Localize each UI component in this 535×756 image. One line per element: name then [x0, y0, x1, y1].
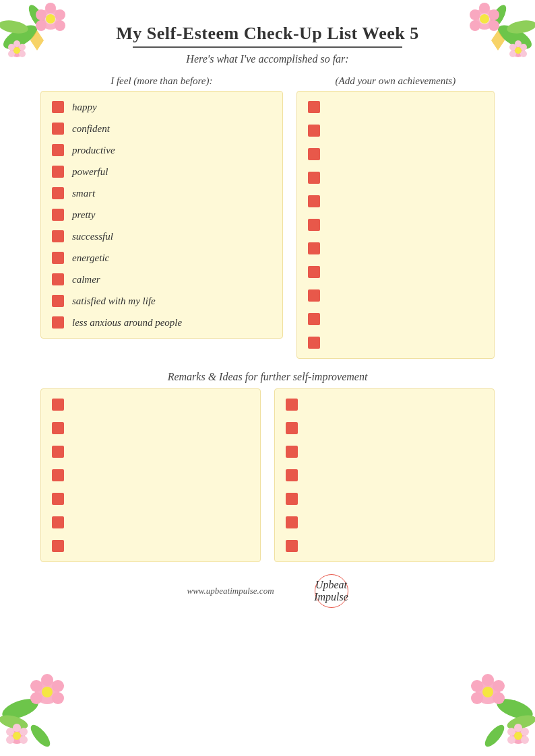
svg-point-66 — [514, 724, 522, 732]
checkbox-icon[interactable] — [52, 540, 64, 552]
list-item — [308, 289, 483, 302]
list-item — [286, 446, 483, 458]
checkbox-icon[interactable] — [52, 493, 64, 505]
checklist-text: less anxious around people — [72, 317, 182, 329]
svg-point-63 — [493, 680, 505, 692]
checkbox-icon[interactable] — [52, 399, 64, 411]
list-item: energetic — [52, 252, 272, 264]
footer-logo: Upbeat Impulse — [314, 579, 348, 603]
checkbox-icon[interactable] — [52, 422, 64, 434]
list-item — [286, 540, 483, 552]
svg-point-16 — [8, 44, 15, 50]
checkbox-icon[interactable] — [308, 337, 320, 349]
svg-point-45 — [30, 692, 42, 704]
checkbox-icon[interactable] — [52, 144, 64, 156]
checkbox-icon[interactable] — [308, 172, 320, 184]
checkbox-icon[interactable] — [52, 101, 64, 113]
checkbox-icon[interactable] — [308, 148, 320, 160]
list-item — [52, 469, 249, 481]
list-item — [286, 516, 483, 528]
checkbox-icon[interactable] — [308, 195, 320, 207]
checkbox-icon[interactable] — [308, 289, 320, 302]
page-title: My Self-Esteem Check-Up List Week 5 — [27, 24, 508, 44]
checklist-section: I feel (more than before): happy confide… — [40, 75, 495, 359]
remarks-section: Remarks & Ideas for further self-improve… — [40, 371, 495, 562]
checklist-text: successful — [72, 231, 113, 242]
checkbox-icon[interactable] — [308, 242, 320, 254]
checkbox-icon[interactable] — [52, 469, 64, 481]
svg-point-14 — [19, 50, 26, 57]
list-item — [308, 337, 483, 349]
svg-point-15 — [8, 50, 15, 57]
checkbox-icon[interactable] — [308, 313, 320, 325]
svg-point-11 — [10, 44, 24, 57]
checkbox-icon[interactable] — [286, 422, 298, 434]
svg-point-48 — [9, 728, 25, 744]
list-item — [308, 172, 483, 184]
svg-point-65 — [510, 728, 526, 744]
checkbox-icon[interactable] — [286, 399, 298, 411]
list-item: powerful — [52, 166, 272, 178]
list-item: calmer — [52, 273, 272, 285]
svg-point-33 — [520, 50, 527, 57]
checkbox-icon[interactable] — [52, 187, 64, 199]
svg-point-54 — [13, 732, 21, 740]
svg-point-35 — [509, 44, 516, 50]
svg-point-5 — [45, 3, 56, 13]
title-underline — [133, 46, 402, 48]
svg-point-62 — [493, 692, 505, 704]
svg-point-59 — [482, 674, 494, 686]
svg-point-47 — [42, 687, 53, 697]
list-item: successful — [52, 230, 272, 242]
list-item — [52, 540, 249, 552]
svg-point-50 — [20, 728, 28, 736]
svg-point-58 — [476, 680, 500, 704]
checkbox-icon[interactable] — [286, 446, 298, 458]
svg-point-70 — [507, 728, 515, 736]
checkbox-icon[interactable] — [308, 101, 320, 113]
checkbox-icon[interactable] — [308, 266, 320, 278]
svg-point-36 — [515, 47, 522, 54]
svg-point-30 — [511, 44, 525, 57]
list-item: less anxious around people — [52, 316, 272, 329]
list-item — [308, 242, 483, 254]
flower-decoration-br — [454, 668, 535, 756]
list-item — [308, 219, 483, 231]
checkbox-icon[interactable] — [52, 516, 64, 528]
checkbox-icon[interactable] — [308, 219, 320, 231]
svg-point-20 — [506, 18, 535, 35]
checkbox-icon[interactable] — [286, 493, 298, 505]
checkbox-icon[interactable] — [286, 469, 298, 481]
svg-point-13 — [19, 44, 26, 50]
checkbox-icon[interactable] — [52, 295, 64, 307]
checkbox-icon[interactable] — [52, 123, 64, 135]
svg-point-12 — [13, 40, 20, 47]
remarks-box-right — [274, 388, 495, 562]
svg-point-57 — [482, 722, 507, 750]
checkbox-icon[interactable] — [52, 166, 64, 178]
list-item — [286, 493, 483, 505]
left-col-label: I feel (more than before): — [40, 75, 283, 87]
checkbox-icon[interactable] — [52, 273, 64, 285]
checkbox-icon[interactable] — [52, 209, 64, 221]
checklist-text: confident — [72, 123, 110, 135]
flower-decoration-bl — [0, 668, 81, 756]
checkbox-icon[interactable] — [52, 252, 64, 264]
svg-point-42 — [41, 674, 53, 686]
checklist-text: happy — [72, 102, 97, 113]
svg-point-51 — [20, 736, 28, 744]
footer-logo-circle: Upbeat Impulse — [315, 574, 348, 608]
checkbox-icon[interactable] — [286, 540, 298, 552]
checkbox-icon[interactable] — [52, 230, 64, 242]
footer: www.upbeatimpulse.com Upbeat Impulse — [27, 574, 508, 608]
svg-point-64 — [482, 687, 493, 697]
list-item — [308, 195, 483, 207]
checkbox-icon[interactable] — [286, 516, 298, 528]
checkbox-icon[interactable] — [52, 316, 64, 329]
checkbox-icon[interactable] — [52, 446, 64, 458]
list-item — [308, 101, 483, 113]
svg-point-43 — [52, 680, 64, 692]
checkbox-icon[interactable] — [308, 125, 320, 137]
checklist-text: satisfied with my life — [72, 296, 156, 307]
list-item: pretty — [52, 209, 272, 221]
